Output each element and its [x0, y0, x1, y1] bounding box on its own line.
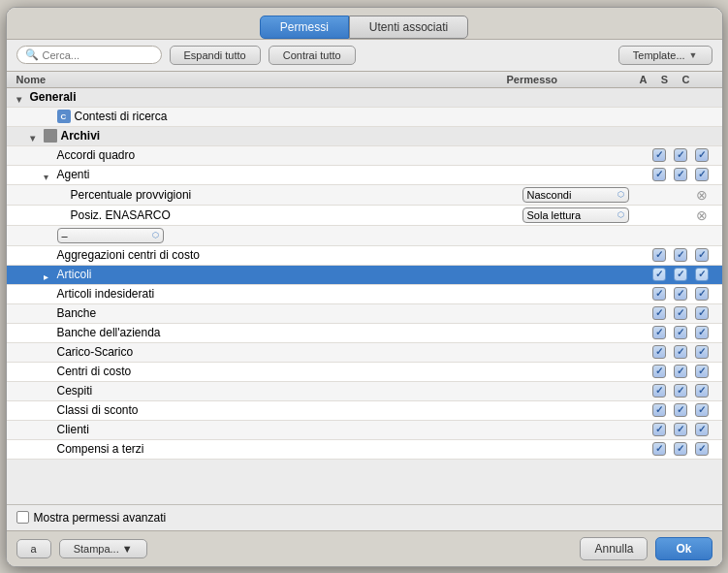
table-row[interactable]: Archivi — [7, 127, 722, 146]
checkbox-a[interactable] — [649, 306, 670, 320]
checkbox-c[interactable] — [691, 423, 712, 436]
checkbox-c[interactable] — [691, 326, 712, 339]
table-row[interactable]: – ⬡ — [7, 226, 722, 246]
search-icon: 🔍 — [25, 48, 39, 61]
checkbox-s[interactable] — [670, 306, 691, 320]
checkbox-a[interactable] — [649, 442, 670, 456]
table-row[interactable]: Articoli indesiderati — [7, 285, 722, 304]
search-input[interactable] — [43, 49, 149, 61]
table-row[interactable]: Aggregazioni centri di costo — [7, 246, 722, 266]
tab-utenti[interactable]: Utenti associati — [349, 16, 468, 39]
checkbox-s[interactable] — [670, 168, 691, 181]
table-scroll[interactable]: Generali C Contesti di ricerca — [7, 88, 722, 504]
checkbox-a[interactable] — [649, 248, 670, 262]
checkbox-s[interactable] — [670, 345, 691, 359]
dropdown-arrow-icon: ⬡ — [617, 210, 624, 219]
table-row[interactable]: Banche dell'azienda — [7, 324, 722, 343]
permesso-dropdown-nascondi[interactable]: Nascondi ⬡ — [522, 187, 629, 203]
checkbox-c[interactable] — [691, 403, 712, 417]
table-row[interactable]: Classi di sconto — [7, 401, 722, 421]
table-row[interactable]: Generali — [7, 88, 722, 108]
checkbox-a[interactable] — [649, 345, 670, 359]
disclosure-icon[interactable] — [30, 131, 40, 141]
checkbox-s[interactable] — [670, 384, 691, 398]
table-row[interactable]: Percentuale provvigioni Nascondi ⬡ ⊗ — [7, 185, 722, 206]
checkbox-s[interactable] — [670, 248, 691, 262]
checkbox-a[interactable] — [649, 287, 670, 301]
table-row[interactable]: Compensi a terzi — [7, 440, 722, 460]
checkbox-s[interactable] — [670, 326, 691, 339]
checkbox-s[interactable] — [670, 268, 691, 281]
template-button[interactable]: Template... ▼ — [618, 46, 712, 65]
ok-button[interactable]: Ok — [655, 537, 712, 560]
row-text: Classi di sconto — [57, 403, 139, 417]
table-row[interactable]: Accordi quadro — [7, 146, 722, 166]
footer-right: Annulla Ok — [580, 537, 712, 560]
checkbox-s[interactable] — [670, 423, 691, 436]
checkbox-c[interactable] — [691, 442, 712, 456]
table-row[interactable]: Posiz. ENASARCO Sola lettura ⬡ ⊗ — [7, 206, 722, 226]
checkbox-s[interactable] — [670, 442, 691, 456]
table-row[interactable]: Agenti — [7, 166, 722, 185]
add-field-dropdown[interactable]: – ⬡ — [57, 228, 164, 243]
tab-bar: Permessi Utenti associati — [7, 8, 722, 40]
footer: a Stampa... ▼ Annulla Ok — [7, 530, 722, 566]
checkbox-a[interactable] — [649, 268, 670, 281]
row-text: Compensi a terzi — [57, 442, 144, 456]
table-row[interactable]: Articoli — [7, 266, 722, 285]
expand-all-button[interactable]: Espandi tutto — [170, 46, 261, 65]
checkbox-c[interactable] — [691, 168, 712, 181]
left-button[interactable]: a — [16, 539, 51, 558]
disclosure-icon[interactable] — [44, 270, 53, 279]
checkbox-c[interactable] — [691, 345, 712, 359]
permesso-value: Sola lettura — [527, 209, 582, 221]
annulla-button[interactable]: Annulla — [580, 537, 648, 560]
tab-permessi[interactable]: Permessi — [260, 16, 349, 39]
row-text: Percentuale provvigioni — [71, 188, 192, 202]
advanced-permissions-label[interactable]: Mostra permessi avanzati — [16, 511, 167, 525]
checkbox-c[interactable] — [691, 287, 712, 301]
checkbox-c[interactable] — [691, 306, 712, 320]
checkbox-s[interactable] — [670, 148, 691, 162]
remove-button[interactable]: ⊗ — [694, 207, 710, 223]
disclosure-icon[interactable] — [44, 170, 53, 179]
row-text: Agenti — [57, 168, 90, 181]
row-text: Banche — [57, 306, 97, 320]
advanced-permissions-checkbox[interactable] — [16, 511, 29, 524]
checkbox-a[interactable] — [649, 423, 670, 436]
table-row[interactable]: Carico-Scarico — [7, 343, 722, 363]
table-row[interactable]: C Contesti di ricerca — [7, 108, 722, 127]
checkbox-c[interactable] — [691, 384, 712, 398]
checkbox-c[interactable] — [691, 268, 712, 281]
checkbox-c[interactable] — [691, 248, 712, 262]
row-text: Contesti di ricerca — [75, 110, 168, 123]
permesso-dropdown-sola[interactable]: Sola lettura ⬡ — [522, 207, 629, 223]
table-row[interactable]: Banche — [7, 304, 722, 324]
dropdown-arrow-icon: ⬡ — [617, 190, 624, 199]
checkbox-s[interactable] — [670, 365, 691, 378]
checkbox-a[interactable] — [649, 326, 670, 339]
toolbar: 🔍 Espandi tutto Contrai tutto Template..… — [7, 40, 722, 71]
checkbox-a[interactable] — [649, 168, 670, 181]
col-nome-header: Nome — [16, 74, 507, 85]
table-row[interactable]: Cespiti — [7, 382, 722, 401]
checkbox-a[interactable] — [649, 365, 670, 378]
remove-button[interactable]: ⊗ — [694, 187, 710, 203]
row-text: Archivi — [61, 129, 101, 143]
checkbox-c[interactable] — [691, 365, 712, 378]
disclosure-icon[interactable] — [16, 92, 26, 102]
contesti-icon: C — [57, 110, 71, 123]
checkbox-a[interactable] — [649, 148, 670, 162]
checkbox-c[interactable] — [691, 148, 712, 162]
checkbox-a[interactable] — [649, 384, 670, 398]
collapse-all-button[interactable]: Contrai tutto — [269, 46, 356, 65]
table-row[interactable]: Centri di costo — [7, 363, 722, 382]
stampa-button[interactable]: Stampa... ▼ — [59, 539, 147, 558]
col-a-header: A — [633, 74, 654, 85]
checkbox-a[interactable] — [649, 403, 670, 417]
checkbox-s[interactable] — [670, 287, 691, 301]
stampa-arrow-icon: ▼ — [122, 543, 133, 555]
checkbox-s[interactable] — [670, 403, 691, 417]
archivi-icon — [44, 129, 57, 143]
table-row[interactable]: Clienti — [7, 421, 722, 440]
